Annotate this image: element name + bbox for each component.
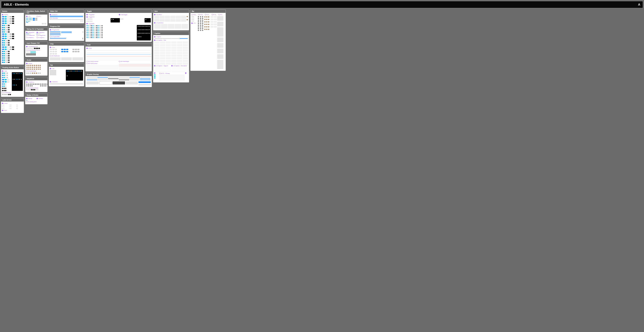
component-label[interactable]: ε NavToggle (119, 14, 151, 15)
frame-slider[interactable]: Slider Ctrl ε SliderCtrl Θ SliderBar (49, 9, 84, 23)
component-label[interactable]: ε Avatar (26, 63, 46, 64)
component-label[interactable]: ε Chip (50, 46, 83, 48)
component-icon (185, 72, 186, 74)
frame-bar[interactable]: Bar Θ Bu… Θ Ad… Θ A… Θ Gr… Θ C… ε Ch… (190, 9, 226, 71)
component-label[interactable]: ε Paginator (37, 32, 46, 33)
component-label[interactable]: ε Label (2, 102, 23, 104)
component-label[interactable]: Θ Ad… (198, 14, 204, 15)
instance-icon (119, 61, 120, 62)
component-icon (2, 70, 4, 72)
component-label[interactable]: ε Ch… (26, 15, 36, 17)
frame-avatar[interactable]: Avatar ε Avatar Ω AvatarShape (25, 58, 48, 75)
component-label[interactable]: Ω FABShape (2, 92, 23, 93)
component-label[interactable]: Θ RatePoint (26, 34, 36, 36)
frame-title: AdaptIcon (25, 77, 47, 80)
frame-item[interactable]: Item ε CardItem ε GraphicItem (153, 9, 189, 30)
frame-tab[interactable]: Tab ε Tab ε (49, 63, 84, 86)
component-label[interactable]: Θ PagePoint (37, 34, 46, 36)
frame-title: Field (86, 43, 152, 46)
component-icon (171, 65, 173, 66)
component-label[interactable]: ε Divider (37, 98, 46, 99)
frame-toggle[interactable]: Toggle ε ToggleBar ε NavToggle ε ToggleC… (86, 9, 152, 42)
component-label[interactable]: ΘΘ FieldContainer (86, 61, 118, 62)
frame-checkbox[interactable]: Checkbox, Radio, Switch Ctrl ε Ch… Θ R… (25, 9, 48, 26)
component-label[interactable]: Θ Loading anim (26, 101, 46, 103)
component-label[interactable]: ε ToggleBar (86, 14, 118, 15)
component-label[interactable]: Ω RatePoi… (26, 37, 36, 38)
component-icon (26, 98, 28, 99)
frame-badge-divider[interactable]: Badge & Divider ε Badge ε Divider Θ Load… (25, 93, 48, 104)
component-label[interactable]: Θ InputStepperPieces (26, 49, 46, 51)
component-label[interactable]: ε InputStepperCtrl (26, 46, 46, 47)
frame-progress[interactable]: Progress Ctrl ε ProgressCtrl Θ ProgressB… (49, 25, 84, 41)
component-label[interactable]: ε SliderCtrl (50, 14, 83, 15)
component-label[interactable]: ΘΘ FieldContent (86, 63, 118, 64)
component-label[interactable]: ε Icon (2, 110, 23, 111)
component-icon (26, 32, 28, 33)
instance-icon (50, 17, 51, 19)
component-label[interactable]: ε ProgressCtrl (50, 29, 83, 31)
component-label[interactable]: ε ToggleBtn (86, 23, 151, 24)
frame-title: Badge & Divider (25, 93, 47, 97)
instance-icon (50, 55, 51, 57)
component-icon (2, 14, 4, 15)
component-label[interactable]: Θ C… (218, 14, 225, 15)
component-icon (26, 46, 28, 47)
component-label[interactable]: Θ R… (37, 15, 46, 17)
page-header: ABLE - Elements A (1, 1, 643, 8)
frame-input-stepper[interactable]: Input Stepper Ctrl ε InputStepperCtrl Θ … (25, 41, 48, 57)
component-label[interactable]: Θ SliderBar (50, 17, 83, 19)
component-label[interactable]: ε Θ Caption – Description (172, 65, 188, 67)
component-label[interactable]: Θ Bu… (192, 14, 198, 15)
component-icon (154, 22, 156, 24)
frame-fab[interactable]: Floating Action Button ε FAB (1, 66, 24, 97)
frame-button[interactable]: Button ε Button (1, 9, 24, 65)
component-icon (86, 47, 88, 49)
component-icon (50, 68, 51, 69)
instance-icon (198, 14, 200, 15)
component-label[interactable] (154, 73, 159, 74)
frame-field[interactable]: Field ε Field ΘΘ FieldContainer ΘΘ Field… (86, 43, 152, 71)
frame-title: Graphic Overlay (86, 73, 152, 76)
component-icon (191, 22, 193, 24)
frame-chip[interactable]: Chip ε Chip (49, 42, 84, 62)
component-label[interactable]: ε GraphicItem (154, 22, 188, 24)
component-label[interactable]: ε AdaptIcon (26, 81, 46, 83)
instance-icon (36, 35, 38, 36)
frame-rating[interactable]: Rating Ctrl & Paginator ε RatingCtrl Θ R… (25, 27, 48, 40)
component-label[interactable]: ΘΘ FieldShape (119, 61, 151, 62)
component-label[interactable]: Ω AvatarShape (26, 70, 46, 72)
component-label[interactable]: ε CardItem (154, 14, 188, 15)
component-label[interactable]: ε Θ Caption – Support (154, 65, 171, 67)
component-label[interactable]: Θ Gr… (212, 14, 218, 15)
button-variants-grid (2, 16, 23, 63)
component-label[interactable]: ε Tab (50, 68, 83, 69)
component-label[interactable]: ε TabActive (50, 81, 83, 83)
component-icon (50, 14, 51, 15)
component-label[interactable]: ε Button (2, 14, 23, 15)
component-label[interactable]: Θ A… (205, 14, 211, 15)
column-5: Item ε CardItem ε GraphicItem Caption ε … (153, 9, 189, 82)
component-label[interactable]: ε Θ Caption – Title (154, 39, 188, 41)
frame-caption[interactable]: Caption ε Caption ε Θ Caption – Title (153, 32, 189, 82)
component-label[interactable]: ΘΘ ChipModal (50, 55, 83, 57)
component-label[interactable]: ε FAB (2, 70, 23, 72)
column-2: Checkbox, Radio, Switch Ctrl ε Ch… Θ R… … (25, 9, 48, 104)
component-label[interactable] (185, 73, 188, 74)
frame-graphic-overlay[interactable]: Graphic Overlay (86, 73, 152, 87)
canvas-columns: Button ε Button (1, 9, 643, 113)
component-label[interactable]: ε Field (86, 47, 151, 49)
component-label[interactable]: Θ CC – Primary (160, 73, 184, 74)
component-label[interactable]: Θ ProgressBar (50, 36, 83, 37)
component-icon (154, 14, 156, 15)
instance-icon (36, 16, 38, 17)
component-label[interactable]: Ω AdaptIconShape (26, 87, 46, 89)
frame-adapticon[interactable]: AdaptIcon ε AdaptIcon Ω AdaptIconShape (25, 77, 48, 92)
component-label[interactable]: ε Badge (26, 98, 36, 99)
frame-label-icon[interactable]: Label & Icon ε Label Label ε Title Title… (1, 98, 24, 113)
component-label[interactable]: ε Caption (154, 36, 188, 38)
component-label[interactable]: ε ToggleCtrl (86, 16, 151, 18)
component-label[interactable]: ε Ch… (192, 22, 197, 24)
component-label[interactable]: ε RatingCtrl (26, 32, 36, 33)
component-label[interactable]: Ω PagePoi… (37, 37, 46, 38)
